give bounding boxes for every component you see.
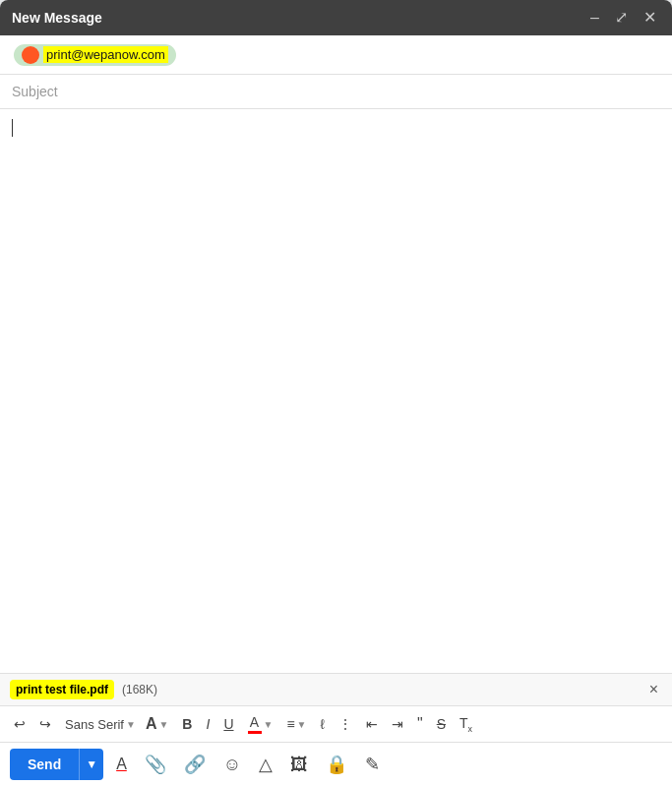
undo-button[interactable]: ↩ [8,712,31,736]
attach-icon: 📎 [145,754,166,775]
blockquote-icon: " [417,715,423,733]
recipient-avatar [22,46,39,64]
bullet-list-icon: ⋮ [338,716,352,732]
compose-header: New Message – ⤢ ✕ [0,0,672,35]
photo-button[interactable]: 🖼 [285,750,313,780]
align-icon: ≡ [286,716,294,732]
maximize-button[interactable]: ⤢ [611,8,632,28]
lock-icon: 🔒 [326,754,347,775]
recipient-chip[interactable]: print@wepanow.com [14,44,176,66]
font-family-chevron: ▼ [126,719,136,730]
photo-icon: 🖼 [290,755,308,775]
font-family-button[interactable]: Sans Serif ▼ [59,713,138,736]
font-color-label: A [250,714,259,730]
remove-format-button[interactable]: Tx [454,711,478,738]
compose-title: New Message [12,10,102,26]
numbered-list-button[interactable]: ℓ [314,712,331,736]
close-button[interactable]: ✕ [640,8,660,28]
bold-icon: B [182,716,192,732]
italic-button[interactable]: I [200,712,215,736]
emoji-button[interactable]: ☺ [218,750,246,780]
italic-icon: I [206,716,210,732]
attachment-filename[interactable]: print test file.pdf [10,680,114,699]
indent-more-icon: ⇥ [392,716,403,732]
redo-icon: ↪ [39,716,51,732]
font-color-chevron: ▼ [264,719,274,730]
align-chevron: ▼ [297,719,307,730]
drive-icon: △ [259,754,273,775]
subject-input[interactable] [12,84,660,99]
attachment-size: (168K) [122,683,157,696]
remove-format-icon: Tx [459,715,472,734]
send-label: Send [28,756,61,772]
indent-less-button[interactable]: ⇤ [360,712,384,736]
strikethrough-button[interactable]: S [431,712,452,736]
to-row: print@wepanow.com [0,35,672,75]
strikethrough-icon: S [437,716,446,732]
bullet-list-button[interactable]: ⋮ [333,712,358,736]
send-button[interactable]: Send [10,749,79,780]
attachment-bar: print test file.pdf (168K) × [0,673,672,705]
formatting-toolbar: ↩ ↪ Sans Serif ▼ A ▼ B I U A ▼ [0,705,672,742]
recipient-email: print@wepanow.com [43,46,168,63]
font-color-button[interactable]: A ▼ [242,710,279,738]
font-size-chevron: ▼ [158,719,168,730]
undo-icon: ↩ [14,716,26,732]
minimize-button[interactable]: – [586,8,603,28]
format-text-button[interactable]: A [111,751,132,778]
send-button-group: Send ▼ [10,749,103,780]
subject-row [0,75,672,109]
attach-file-button[interactable]: 📎 [140,749,171,780]
compose-window: New Message – ⤢ ✕ print@wepanow.com prin… [0,0,672,786]
font-color-indicator: A [248,714,262,734]
cursor [12,119,13,137]
header-icons: – ⤢ ✕ [586,8,660,28]
indent-more-button[interactable]: ⇥ [386,712,409,736]
attachment-close-button[interactable]: × [645,682,662,697]
emoji-icon: ☺ [223,755,241,775]
body-area[interactable] [0,109,672,673]
link-icon: 🔗 [184,754,206,775]
font-family-label: Sans Serif [65,717,124,732]
blockquote-button[interactable]: " [411,711,429,737]
bold-button[interactable]: B [176,712,198,736]
signature-button[interactable]: ✎ [360,749,385,780]
font-color-bar [248,731,262,734]
numbered-list-icon: ℓ [320,716,325,732]
confidential-button[interactable]: 🔒 [321,749,352,780]
align-button[interactable]: ≡ ▼ [280,712,312,736]
signature-icon: ✎ [365,754,380,775]
indent-less-icon: ⇤ [366,716,378,732]
drive-button[interactable]: △ [254,749,277,780]
font-size-button[interactable]: A ▼ [140,711,174,737]
send-dropdown-button[interactable]: ▼ [79,749,103,780]
format-text-icon: A [116,756,127,773]
bottom-toolbar: Send ▼ A 📎 🔗 ☺ △ 🖼 🔒 ✎ [0,742,672,786]
redo-button[interactable]: ↪ [33,712,57,736]
insert-link-button[interactable]: 🔗 [179,749,211,780]
send-dropdown-icon: ▼ [86,757,97,771]
underline-button[interactable]: U [217,712,239,736]
font-size-icon: A [146,715,157,733]
underline-icon: U [223,716,233,732]
